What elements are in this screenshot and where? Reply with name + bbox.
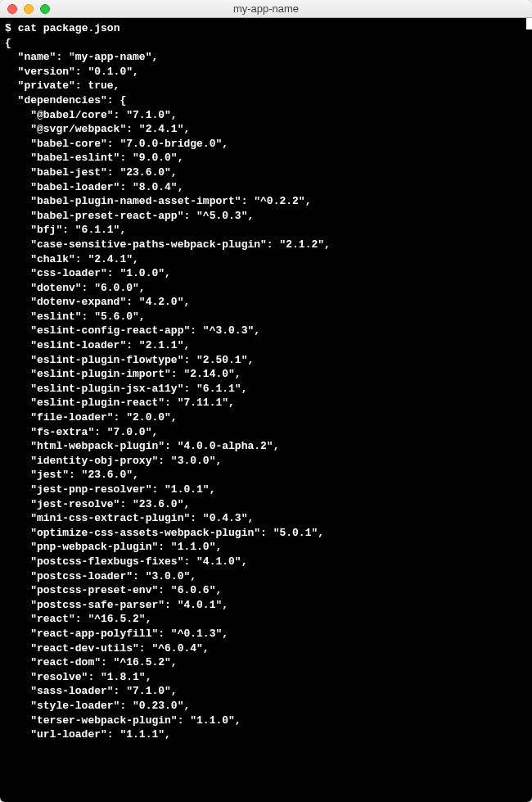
terminal-viewport[interactable]: $ cat package.json { "name": "my-app-nam… (0, 18, 532, 802)
window-titlebar[interactable]: my-app-name (0, 0, 532, 18)
output-line: "jest": "23.6.0", (5, 468, 527, 483)
output-line: "eslint-loader": "2.1.1", (5, 338, 527, 353)
output-line: "babel-jest": "23.6.0", (5, 165, 527, 180)
output-line: "mini-css-extract-plugin": "0.4.3", (5, 511, 527, 526)
output-line: "eslint-plugin-react": "7.11.1", (5, 396, 527, 410)
output-line: "chalk": "2.4.1", (5, 252, 527, 267)
close-icon[interactable] (7, 4, 17, 14)
output-line: "eslint-plugin-jsx-a11y": "6.1.1", (5, 382, 527, 396)
traffic-lights (0, 4, 50, 14)
window-title: my-app-name (0, 2, 532, 15)
output-line: "dotenv-expand": "4.2.0", (5, 295, 527, 310)
output-line: "html-webpack-plugin": "4.0.0-alpha.2", (5, 439, 527, 454)
output-line: "postcss-loader": "3.0.0", (5, 569, 527, 584)
output-line: "eslint-config-react-app": "^3.0.3", (5, 324, 527, 338)
output-line: "pnp-webpack-plugin": "1.1.0", (5, 540, 527, 555)
output-line: "optimize-css-assets-webpack-plugin": "5… (5, 526, 527, 541)
output-line: "jest-resolve": "23.6.0", (5, 497, 527, 512)
output-line: "bfj": "6.1.1", (5, 223, 527, 238)
output-line: "sass-loader": "7.1.0", (5, 684, 527, 699)
output-line: "babel-preset-react-app": "^5.0.3", (5, 209, 527, 224)
output-line: "case-sensitive-paths-webpack-plugin": "… (5, 238, 527, 252)
output-line: "@svgr/webpack": "2.4.1", (5, 122, 527, 137)
output-line: "dependencies": { (5, 93, 527, 108)
output-line: "resolve": "1.8.1", (5, 670, 527, 685)
output-line: "eslint-plugin-import": "2.14.0", (5, 367, 527, 382)
output-line: "fs-extra": "7.0.0", (5, 425, 527, 440)
output-line: "terser-webpack-plugin": "1.1.0", (5, 714, 527, 728)
scrollbar-thumb[interactable] (526, 18, 532, 29)
output-line: "name": "my-app-name", (5, 50, 527, 65)
output-line: "eslint-plugin-flowtype": "2.50.1", (5, 353, 527, 368)
minimize-icon[interactable] (24, 4, 34, 14)
output-line: "postcss-flexbugs-fixes": "4.1.0", (5, 555, 527, 569)
output-line: "react-dev-utils": "^6.0.4", (5, 641, 527, 656)
output-line: "babel-loader": "8.0.4", (5, 180, 527, 195)
output-line: "url-loader": "1.1.1", (5, 727, 527, 742)
scrollbar-track[interactable] (526, 18, 532, 802)
output-line: "babel-plugin-named-asset-import": "^0.2… (5, 194, 527, 209)
output-line: "@babel/core": "7.1.0", (5, 108, 527, 123)
output-line: "jest-pnp-resolver": "1.0.1", (5, 483, 527, 497)
output-line: "react": "^16.5.2", (5, 612, 527, 627)
output-line: "postcss-preset-env": "6.0.6", (5, 583, 527, 598)
output-line: "react-app-polyfill": "^0.1.3", (5, 627, 527, 641)
output-line: "css-loader": "1.0.0", (5, 266, 527, 281)
terminal-window: my-app-name $ cat package.json { "name":… (0, 0, 532, 802)
shell-prompt: $ (5, 22, 11, 34)
output-line: "version": "0.1.0", (5, 65, 527, 79)
output-line: "eslint": "5.6.0", (5, 310, 527, 324)
command-line: $ cat package.json (5, 21, 527, 36)
output-line: "dotenv": "6.0.0", (5, 281, 527, 296)
output-line: "react-dom": "^16.5.2", (5, 655, 527, 670)
output-line: { (5, 36, 527, 51)
output-line: "file-loader": "2.0.0", (5, 410, 527, 425)
output-line: "private": true, (5, 79, 527, 93)
command-text: cat package.json (18, 22, 120, 34)
maximize-icon[interactable] (40, 4, 50, 14)
output-line: "babel-eslint": "9.0.0", (5, 151, 527, 165)
output-line: "babel-core": "7.0.0-bridge.0", (5, 137, 527, 152)
output-line: "identity-obj-proxy": "3.0.0", (5, 454, 527, 469)
output-line: "postcss-safe-parser": "4.0.1", (5, 598, 527, 613)
output-line: "style-loader": "0.23.0", (5, 699, 527, 714)
